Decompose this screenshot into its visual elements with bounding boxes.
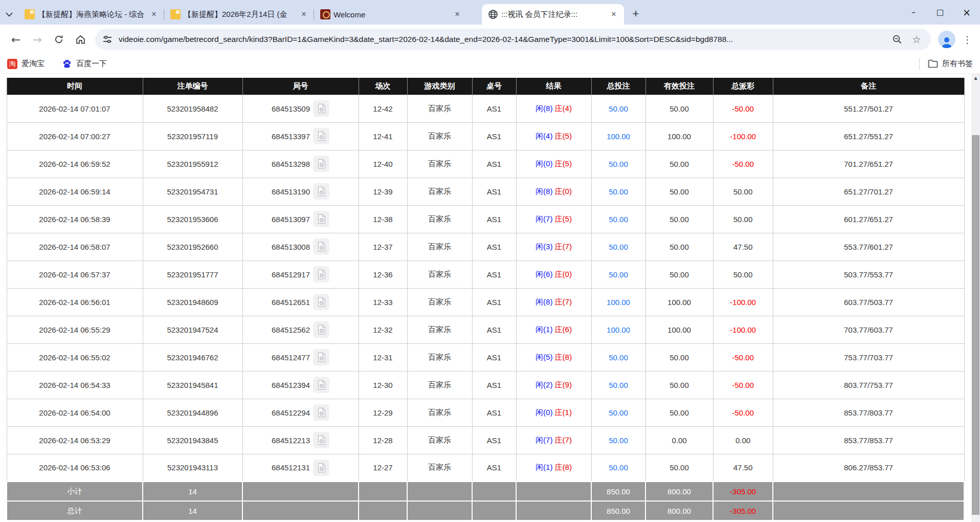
cell-valid-bet: 100.00 bbox=[645, 316, 713, 343]
cell-payout: 50.00 bbox=[713, 178, 773, 205]
video-replay-button[interactable] bbox=[313, 460, 329, 476]
scrollbar-thumb[interactable] bbox=[972, 135, 979, 515]
close-icon[interactable]: × bbox=[609, 9, 619, 19]
video-file-icon bbox=[316, 103, 327, 114]
page-content: 时间 注单编号 局号 场次 游戏类别 桌号 结果 总投注 有效投注 总派彩 备注… bbox=[0, 74, 980, 522]
forward-button[interactable]: → bbox=[27, 29, 48, 50]
window-close-button[interactable]: × bbox=[953, 0, 980, 25]
cell-result: 闲(8) 庄(7) bbox=[516, 288, 591, 316]
bet-record-table-wrap: 时间 注单编号 局号 场次 游戏类别 桌号 结果 总投注 有效投注 总派彩 备注… bbox=[6, 78, 965, 521]
page-scrollbar[interactable]: ▲ bbox=[971, 74, 980, 522]
all-bookmarks-button[interactable]: 所有书签 bbox=[928, 59, 973, 69]
table-footer: 小计 14 850.00 800.00 -305.00 总计 14 850.00… bbox=[7, 482, 964, 520]
profile-avatar[interactable] bbox=[938, 31, 955, 48]
cell-bet-id: 523201944896 bbox=[143, 399, 242, 426]
cell-bet-id: 523201946762 bbox=[143, 343, 242, 371]
cell-game-type: 百家乐 bbox=[407, 150, 472, 178]
table-header: 时间 注单编号 局号 场次 游戏类别 桌号 结果 总投注 有效投注 总派彩 备注 bbox=[7, 78, 964, 95]
bookmark-label: 百度一下 bbox=[76, 59, 107, 69]
close-icon[interactable]: × bbox=[452, 9, 462, 19]
result-player: 闲(1) bbox=[536, 463, 552, 471]
cell-round-id: 684513298 bbox=[242, 150, 359, 178]
table-row: 2026-02-14 06:58:07 523201952660 6845130… bbox=[7, 233, 964, 260]
bookmark-taobao[interactable]: 淘 爱淘宝 bbox=[7, 59, 44, 69]
bet-record-table: 时间 注单编号 局号 场次 游戏类别 桌号 结果 总投注 有效投注 总派彩 备注… bbox=[6, 78, 965, 521]
subtotal-row: 小计 14 850.00 800.00 -305.00 bbox=[7, 482, 964, 501]
video-replay-button[interactable] bbox=[313, 211, 329, 227]
url-text[interactable]: videoie.com/game/betrecord_search/kind3?… bbox=[119, 35, 885, 44]
cell-round-id: 684512131 bbox=[242, 454, 359, 482]
round-id-value: 684513397 bbox=[272, 132, 310, 141]
round-id-value: 684513097 bbox=[272, 215, 310, 224]
video-replay-button[interactable] bbox=[313, 321, 329, 338]
result-banker: 庄(7) bbox=[555, 297, 572, 306]
result-player: 闲(7) bbox=[536, 214, 552, 223]
cell-bet-id: 523201948609 bbox=[143, 288, 242, 316]
round-id-value: 684512651 bbox=[272, 298, 310, 307]
refresh-icon bbox=[54, 34, 64, 45]
scrollbar-up-arrow[interactable]: ▲ bbox=[971, 74, 980, 82]
result-banker: 庄(0) bbox=[555, 270, 572, 278]
back-button[interactable]: ← bbox=[5, 29, 27, 50]
video-replay-button[interactable] bbox=[313, 294, 329, 310]
tab-search-button[interactable] bbox=[0, 4, 18, 25]
video-file-icon bbox=[316, 407, 327, 418]
close-icon[interactable]: × bbox=[299, 9, 309, 19]
video-replay-button[interactable] bbox=[313, 349, 329, 365]
site-info-icon[interactable] bbox=[102, 34, 113, 45]
cell-round-id: 684513509 bbox=[242, 95, 359, 122]
bookmark-baidu[interactable]: 百度一下 bbox=[62, 59, 107, 69]
cell-game-type: 百家乐 bbox=[407, 205, 472, 233]
globe-favicon bbox=[488, 9, 498, 19]
cell-time: 2026-02-14 07:01:07 bbox=[7, 95, 143, 122]
video-replay-button[interactable] bbox=[313, 183, 329, 200]
video-replay-button[interactable] bbox=[313, 266, 329, 282]
maximize-button[interactable]: □ bbox=[927, 0, 953, 25]
tab-welcome[interactable]: Welcome × bbox=[314, 4, 467, 25]
welcome-favicon bbox=[320, 9, 330, 19]
video-replay-button[interactable] bbox=[313, 377, 329, 393]
video-replay-button[interactable] bbox=[313, 100, 329, 117]
subtotal-payout: -305.00 bbox=[713, 482, 773, 501]
cell-game-type: 百家乐 bbox=[407, 371, 472, 399]
browser-menu-button[interactable]: ⋮ bbox=[960, 31, 975, 48]
result-banker: 庄(7) bbox=[555, 436, 572, 444]
refresh-button[interactable] bbox=[48, 29, 70, 50]
zoom-level-button[interactable] bbox=[890, 32, 904, 47]
minimize-button[interactable]: – bbox=[900, 0, 927, 25]
cell-result: 闲(0) 庄(1) bbox=[516, 399, 591, 426]
person-icon bbox=[940, 36, 953, 48]
cell-bet-id: 523201943113 bbox=[143, 454, 242, 482]
cell-time: 2026-02-14 06:55:02 bbox=[7, 343, 143, 371]
tab-strip: 【新提醒】海燕策略论坛 - 综合 × 【新提醒】2026年2月14日 (金 × … bbox=[0, 0, 980, 25]
video-replay-button[interactable] bbox=[313, 128, 329, 144]
cell-time: 2026-02-14 06:57:37 bbox=[7, 260, 143, 288]
home-button[interactable] bbox=[70, 29, 91, 50]
tab-date-thread[interactable]: 【新提醒】2026年2月14日 (金 × bbox=[164, 4, 314, 25]
close-icon[interactable]: × bbox=[149, 9, 159, 19]
cell-round-id: 684512213 bbox=[242, 426, 359, 454]
url-bar[interactable]: videoie.com/game/betrecord_search/kind3?… bbox=[95, 29, 931, 50]
col-header-time: 时间 bbox=[7, 78, 143, 95]
video-replay-button[interactable] bbox=[313, 238, 329, 255]
cell-table-id: AS1 bbox=[472, 205, 516, 233]
cell-remark: 601.27/651.27 bbox=[773, 205, 964, 233]
tab-bet-records-active[interactable]: :::视讯 会员下注纪录::: × bbox=[482, 4, 624, 25]
cell-time: 2026-02-14 06:55:29 bbox=[7, 316, 143, 343]
cell-table-id: AS1 bbox=[472, 122, 516, 150]
new-tab-button[interactable]: + bbox=[627, 5, 644, 23]
bookmark-star-icon[interactable]: ☆ bbox=[909, 32, 924, 47]
cell-valid-bet: 50.00 bbox=[645, 371, 713, 399]
all-bookmarks-label: 所有书签 bbox=[942, 59, 973, 69]
video-replay-button[interactable] bbox=[313, 156, 329, 172]
video-replay-button[interactable] bbox=[313, 432, 329, 448]
cell-round-id: 684513190 bbox=[242, 178, 359, 205]
result-banker: 庄(6) bbox=[555, 325, 572, 334]
video-replay-button[interactable] bbox=[313, 404, 329, 421]
tab-forum[interactable]: 【新提醒】海燕策略论坛 - 综合 × bbox=[18, 4, 164, 25]
cell-total-bet: 50.00 bbox=[591, 178, 645, 205]
video-file-icon bbox=[316, 379, 327, 390]
magnifier-minus-icon bbox=[892, 34, 902, 45]
col-header-valid-bet: 有效投注 bbox=[645, 78, 713, 95]
cell-result: 闲(7) 庄(5) bbox=[516, 205, 591, 233]
